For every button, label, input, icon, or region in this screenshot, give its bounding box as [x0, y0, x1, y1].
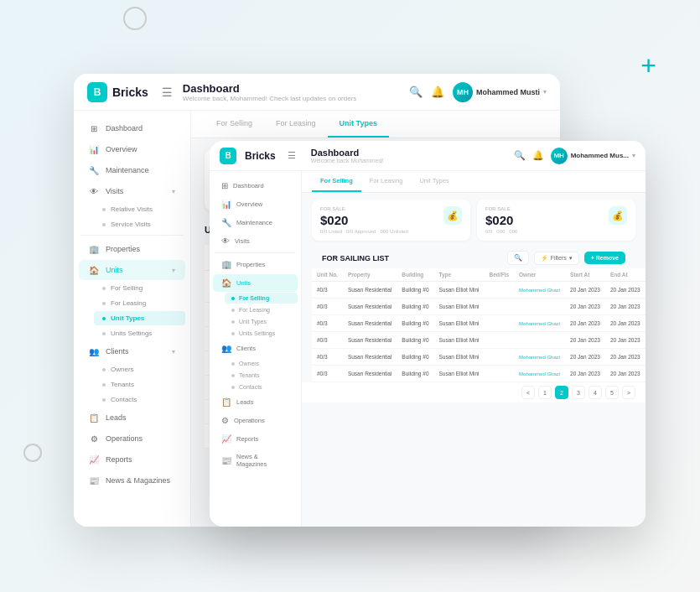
page-4-button[interactable]: 4: [589, 386, 602, 399]
front-cell-building: Building #0: [397, 299, 433, 315]
front-filter-button[interactable]: ⚡ Filters ▾: [534, 252, 579, 265]
front-sidebar-item-leads[interactable]: 📋 Leads: [213, 393, 298, 411]
sidebar-label-leads: Leads: [106, 413, 175, 422]
sidebar-item-units[interactable]: 🏠 Units ▾: [79, 260, 185, 280]
sidebar-item-operations[interactable]: ⚙ Operations: [79, 428, 185, 449]
front-user-avatar[interactable]: MH Mohammed Mus... ▾: [551, 148, 635, 164]
front-dot-icon: [231, 332, 235, 335]
page-1-button[interactable]: 1: [538, 386, 552, 399]
owner-link[interactable]: Mohammed Ghazi: [519, 321, 560, 326]
sidebar-item-properties[interactable]: 🏢 Properties: [79, 239, 185, 259]
sidebar: ⊞ Dashboard 📊 Overview 🔧 Maintenance 👁 V…: [74, 111, 191, 527]
sidebar-label-news: News & Magazines: [106, 476, 175, 485]
front-notification-icon[interactable]: 🔔: [532, 150, 544, 161]
front-sidebar-item-dashboard[interactable]: ⊞ Dashboard: [213, 177, 298, 195]
notification-icon[interactable]: 🔔: [431, 86, 444, 98]
search-icon[interactable]: 🔍: [409, 86, 423, 98]
next-page-button[interactable]: >: [622, 386, 635, 399]
owner-link[interactable]: Mohammed Ghazi: [519, 288, 560, 293]
sidebar-label-operations: Operations: [106, 434, 175, 443]
front-stat-label: FOR SALE: [320, 206, 348, 211]
sidebar-label-service-visits: Service Visits: [111, 221, 151, 228]
front-dot-icon: [231, 374, 235, 377]
sidebar-item-contacts[interactable]: Contacts: [94, 392, 185, 407]
sidebar-item-tenants[interactable]: Tenants: [94, 377, 185, 392]
front-table-buttons: 🔍 ⚡ Filters ▾ + Remove: [507, 251, 625, 265]
page-5-button[interactable]: 5: [605, 386, 619, 399]
page-subtitle: Welcome back, Mohammed! Check last updat…: [183, 95, 399, 102]
front-table-row: #0/3 Susan Residential Building #0 Susan…: [312, 366, 646, 382]
front-sidebar-item-maintenance[interactable]: 🔧 Maintenance: [213, 214, 298, 231]
front-hamburger-icon[interactable]: ☰: [288, 150, 296, 161]
front-sidebar-item-unit-types[interactable]: Unit Types: [225, 316, 298, 327]
sidebar-item-maintenance[interactable]: 🔧 Maintenance: [79, 160, 185, 180]
sidebar-item-visits[interactable]: 👁 Visits ▾: [79, 181, 185, 201]
owner-link[interactable]: Mohammed Ghazi: [519, 371, 560, 376]
tab-for-leasing[interactable]: For Leasing: [264, 111, 328, 138]
front-units-submenu: For Selling For Leasing Unit Types Units…: [210, 293, 301, 339]
front-properties-icon: 🏢: [221, 260, 231, 269]
front-table-section: FOR SAILING LIST 🔍 ⚡ Filters ▾ + Remove: [302, 247, 646, 382]
sidebar-item-unit-types[interactable]: Unit Types: [94, 311, 185, 325]
front-sidebar-item-contacts[interactable]: Contacts: [225, 382, 298, 392]
front-search-icon[interactable]: 🔍: [514, 150, 526, 161]
sidebar-item-units-settings[interactable]: Units Settings: [94, 326, 185, 340]
sidebar-label-for-leasing: For Leasing: [111, 299, 146, 307]
sidebar-item-relative-visits[interactable]: Relative Visits: [94, 202, 185, 216]
front-visits-icon: 👁: [221, 236, 230, 246]
front-col-bedfls: Bed/Fls: [485, 268, 514, 282]
sidebar-item-dashboard[interactable]: ⊞ Dashboard: [79, 118, 185, 138]
dot-icon: [102, 368, 106, 371]
front-sidebar-item-operations[interactable]: ⚙ Operations: [213, 412, 298, 429]
sidebar-item-overview[interactable]: 📊 Overview: [79, 139, 185, 159]
clients-submenu: Owners Tenants Contacts: [74, 362, 190, 407]
sidebar-label-relative-visits: Relative Visits: [111, 205, 153, 213]
front-user-name: Mohammed Mus...: [571, 152, 629, 159]
front-sidebar-item-tenants[interactable]: Tenants: [225, 370, 298, 381]
tab-for-selling[interactable]: For Selling: [205, 111, 264, 138]
front-sidebar-item-news[interactable]: 📰 News & Magazines: [213, 449, 298, 472]
sidebar-item-for-selling[interactable]: For Selling: [94, 281, 185, 295]
front-cell-start: 20 Jan 2023: [565, 282, 605, 299]
front-sidebar-item-properties[interactable]: 🏢 Properties: [213, 256, 298, 273]
sidebar-item-service-visits[interactable]: Service Visits: [94, 217, 185, 231]
owner-link[interactable]: Mohammed Ghazi: [519, 355, 560, 360]
front-cell-owner: Mohammed Ghazi: [514, 282, 565, 299]
tab-unit-types[interactable]: Unit Types: [328, 111, 389, 138]
front-sidebar-item-clients[interactable]: 👥 Clients: [213, 340, 298, 357]
hamburger-icon[interactable]: ☰: [162, 86, 173, 99]
front-sidebar-item-for-selling[interactable]: For Selling: [225, 293, 298, 304]
front-sidebar-label-visits: Visits: [235, 237, 250, 245]
front-cell-end: 20 Jan 2023: [605, 299, 646, 315]
front-sidebar-item-overview[interactable]: 📊 Overview: [213, 195, 298, 213]
front-cell-unit: #0/3: [312, 366, 343, 382]
page-2-button[interactable]: 2: [555, 386, 568, 399]
page-3-button[interactable]: 3: [572, 386, 585, 399]
user-avatar[interactable]: MH Mohammed Musti ▾: [453, 82, 547, 102]
front-sidebar-item-units[interactable]: 🏠 Units: [213, 274, 298, 292]
front-sidebar-item-visits[interactable]: 👁 Visits: [213, 232, 298, 250]
main-window-front: B Bricks ☰ Dashboard Welcome back Mohamm…: [210, 141, 646, 527]
front-tab-unit-types[interactable]: Unit Types: [411, 171, 457, 192]
sidebar-item-clients[interactable]: 👥 Clients ▾: [79, 341, 185, 361]
sidebar-item-news[interactable]: 📰 News & Magazines: [79, 470, 185, 491]
sidebar-item-owners[interactable]: Owners: [94, 362, 185, 376]
front-sidebar-label-units: Units: [236, 279, 251, 287]
sidebar-item-for-leasing[interactable]: For Leasing: [94, 296, 185, 310]
header-actions: 🔍 🔔 MH Mohammed Musti ▾: [409, 82, 547, 102]
front-tab-for-leasing[interactable]: For Leasing: [361, 171, 412, 192]
front-sidebar-label-for-selling: For Selling: [239, 295, 269, 301]
front-tab-for-selling[interactable]: For Selling: [312, 171, 361, 192]
front-sidebar-item-reports[interactable]: 📈 Reports: [213, 430, 298, 448]
front-stat-icon: 💰: [443, 206, 462, 225]
front-search-box[interactable]: 🔍: [507, 251, 529, 265]
front-table-row: #0/3 Susan Residential Building #0 Susan…: [312, 332, 646, 349]
front-sidebar-item-units-settings[interactable]: Units Settings: [225, 328, 298, 339]
sidebar-item-leads[interactable]: 📋 Leads: [79, 408, 185, 428]
prev-page-button[interactable]: <: [521, 386, 535, 399]
front-sidebar-item-for-leasing[interactable]: For Leasing: [225, 304, 298, 315]
front-sidebar-item-owners[interactable]: Owners: [225, 358, 298, 369]
sidebar-item-reports[interactable]: 📈 Reports: [79, 449, 185, 470]
front-col-start: Start At: [565, 268, 605, 282]
front-remove-button[interactable]: + Remove: [584, 252, 625, 264]
